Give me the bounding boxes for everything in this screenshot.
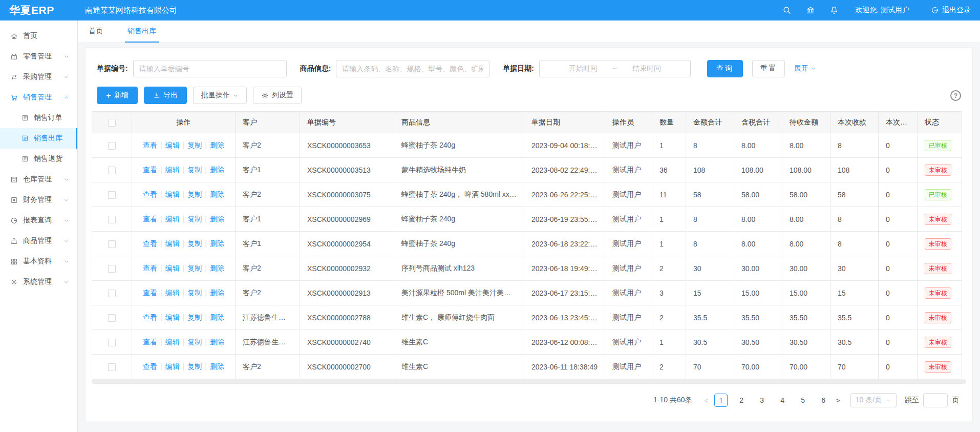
help-icon[interactable]: ?: [950, 90, 961, 101]
tab-label: 首页: [89, 27, 103, 36]
sidebar-item-purchase[interactable]: 采购管理: [0, 67, 77, 87]
edit-link[interactable]: 编辑: [165, 264, 180, 272]
view-link[interactable]: 查看: [143, 239, 157, 248]
platform-icon[interactable]: [806, 6, 815, 15]
jump-page-input[interactable]: [923, 393, 948, 407]
edit-link[interactable]: 编辑: [165, 338, 180, 346]
sidebar-item-basic-data[interactable]: 基本资料: [0, 251, 77, 272]
delete-link[interactable]: 删除: [210, 313, 224, 321]
separator: |: [160, 166, 162, 174]
sidebar-item-finance[interactable]: 财务管理: [0, 190, 77, 210]
edit-link[interactable]: 编辑: [165, 190, 180, 198]
sidebar-item-warehouse[interactable]: 仓库管理: [0, 169, 77, 190]
copy-link[interactable]: 复制: [187, 190, 202, 198]
column-header: 单据日期: [524, 112, 605, 133]
view-link[interactable]: 查看: [143, 362, 157, 371]
delete-link[interactable]: 删除: [210, 215, 224, 223]
sidebar-item-system[interactable]: 系统管理: [0, 272, 77, 292]
row-checkbox[interactable]: [108, 191, 116, 199]
column-settings-button[interactable]: 列设置: [253, 87, 302, 104]
copy-link[interactable]: 复制: [187, 166, 202, 174]
view-link[interactable]: 查看: [143, 289, 157, 297]
cell-customer: 客户2: [236, 355, 300, 379]
delete-link[interactable]: 删除: [210, 190, 224, 198]
bell-icon[interactable]: [829, 6, 839, 15]
sidebar-item-report[interactable]: 报表查询: [0, 210, 77, 231]
row-checkbox[interactable]: [108, 167, 116, 174]
add-button[interactable]: + 新增: [97, 87, 138, 104]
cell-received: 8: [830, 232, 879, 256]
row-checkbox[interactable]: [108, 265, 116, 273]
row-checkbox[interactable]: [108, 240, 116, 248]
page-button-4[interactable]: 4: [776, 394, 789, 407]
sidebar-item-sales-outbound[interactable]: 销售出库: [0, 128, 77, 149]
expand-link[interactable]: 展开: [794, 64, 816, 73]
view-link[interactable]: 查看: [143, 141, 157, 149]
edit-link[interactable]: 编辑: [165, 362, 180, 371]
copy-link[interactable]: 复制: [187, 239, 202, 248]
page-size-select[interactable]: 10 条/页: [850, 393, 897, 407]
logout-button[interactable]: 退出登录: [931, 6, 971, 15]
view-link[interactable]: 查看: [143, 190, 157, 198]
delete-link[interactable]: 删除: [210, 141, 224, 149]
row-checkbox[interactable]: [108, 339, 116, 346]
page-button-5[interactable]: 5: [796, 394, 809, 407]
page-button-1[interactable]: 1: [714, 394, 728, 407]
row-checkbox[interactable]: [108, 216, 116, 223]
view-link[interactable]: 查看: [143, 264, 157, 272]
delete-link[interactable]: 删除: [210, 239, 224, 248]
select-all-checkbox[interactable]: [108, 119, 116, 127]
next-page-button[interactable]: >: [836, 397, 840, 404]
edit-link[interactable]: 编辑: [165, 239, 180, 248]
search-button[interactable]: 查询: [707, 60, 743, 77]
copy-link[interactable]: 复制: [187, 215, 202, 223]
sidebar-item-goods[interactable]: 商品管理: [0, 231, 77, 251]
cell-receivable: 8.00: [782, 232, 830, 256]
copy-link[interactable]: 复制: [187, 141, 202, 149]
row-checkbox[interactable]: [108, 314, 116, 322]
bill-no-input[interactable]: [133, 60, 287, 77]
delete-link[interactable]: 删除: [210, 338, 224, 346]
row-checkbox[interactable]: [108, 142, 116, 150]
copy-link[interactable]: 复制: [187, 313, 202, 321]
page-button-6[interactable]: 6: [817, 394, 830, 407]
sidebar-item-home[interactable]: 首页: [0, 26, 77, 46]
copy-link[interactable]: 复制: [187, 338, 202, 346]
copy-link[interactable]: 复制: [187, 264, 202, 272]
sidebar-item-sales[interactable]: 销售管理: [0, 87, 77, 108]
tab-sales-outbound[interactable]: 销售出库: [125, 20, 159, 43]
tab-bar: 首页销售出库: [78, 20, 980, 43]
edit-link[interactable]: 编辑: [165, 141, 180, 149]
cell-receivable: 58.00: [782, 182, 830, 207]
page-button-2[interactable]: 2: [735, 394, 748, 407]
edit-link[interactable]: 编辑: [165, 215, 180, 223]
search-icon[interactable]: [782, 6, 792, 15]
delete-link[interactable]: 删除: [210, 362, 224, 371]
delete-link[interactable]: 删除: [210, 289, 224, 297]
edit-link[interactable]: 编辑: [165, 166, 180, 174]
view-link[interactable]: 查看: [143, 313, 157, 321]
horizontal-scrollbar[interactable]: [92, 379, 966, 384]
sidebar-item-retail[interactable]: 零售管理: [0, 46, 77, 67]
sidebar-item-sales-return[interactable]: 销售退货: [0, 149, 77, 169]
copy-link[interactable]: 复制: [187, 289, 202, 297]
page-button-3[interactable]: 3: [755, 394, 769, 407]
row-checkbox[interactable]: [108, 363, 116, 371]
batch-actions-button[interactable]: 批量操作: [193, 87, 247, 104]
sidebar-item-sales-order[interactable]: 销售订单: [0, 108, 77, 128]
view-link[interactable]: 查看: [143, 166, 157, 174]
prev-page-button[interactable]: <: [704, 397, 708, 404]
delete-link[interactable]: 删除: [210, 166, 224, 174]
export-button[interactable]: 导出: [144, 87, 187, 104]
date-range-picker[interactable]: 开始时间 ~ 结束时间: [539, 60, 691, 77]
tab-home[interactable]: 首页: [86, 20, 105, 43]
view-link[interactable]: 查看: [143, 338, 157, 346]
view-link[interactable]: 查看: [143, 215, 157, 223]
edit-link[interactable]: 编辑: [165, 313, 180, 321]
copy-link[interactable]: 复制: [187, 362, 202, 371]
product-info-input[interactable]: [336, 60, 489, 77]
row-checkbox[interactable]: [108, 290, 116, 297]
delete-link[interactable]: 删除: [210, 264, 224, 272]
reset-button[interactable]: 重置: [752, 60, 785, 77]
edit-link[interactable]: 编辑: [165, 289, 180, 297]
